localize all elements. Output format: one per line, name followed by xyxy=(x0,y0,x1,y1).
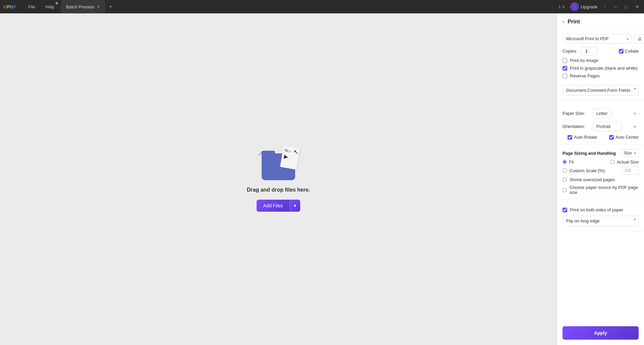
drop-zone: fla ▶ ✦ · ✦ ↖ Drag and drop files here. … xyxy=(247,147,310,212)
collate-checkbox[interactable] xyxy=(619,49,624,54)
copies-input[interactable] xyxy=(581,47,597,55)
printer-row: Microsoft Print to PDF Microsoft XPS Doc… xyxy=(562,34,639,44)
actual-size-label: Actual Size xyxy=(617,159,639,164)
orientation-select[interactable]: PortraitLandscape xyxy=(593,122,622,131)
auto-options-row: Auto Rotate Auto Center xyxy=(562,135,639,140)
custom-scale-row: Custom Scale (%): xyxy=(562,166,639,175)
flip-select[interactable]: Flip on long edge Flip on short edge xyxy=(562,216,639,226)
sparkle-icon: ✦ xyxy=(260,152,262,155)
titlebar: UPDF File Help Batch Process ✕ + 1 ∨ 👤 U… xyxy=(0,0,644,13)
sizing-header: Page Sizing and Handling SizeFitShrink xyxy=(562,149,639,157)
tab-add-button[interactable]: + xyxy=(106,4,115,10)
print-header: ‹ Print xyxy=(557,13,644,29)
shrink-pages-radio[interactable] xyxy=(562,178,567,182)
fit-label: Fit xyxy=(569,159,574,164)
paper-size-wrapper: LetterA4Legal xyxy=(593,109,639,118)
choose-paper-radio[interactable] xyxy=(562,188,567,192)
paper-size-row: Paper Size: LetterA4Legal xyxy=(562,109,639,118)
actual-size-radio[interactable] xyxy=(610,160,615,164)
reverse-pages-row: Reverse Pages xyxy=(562,73,639,78)
cursor-icon: ↖ xyxy=(293,148,299,156)
document-type-wrapper: Document,Comment,Form Fields Document Do… xyxy=(562,82,639,95)
choose-paper-row: Choose paper source by PDF page size xyxy=(562,185,639,195)
print-grayscale-row: Print in grayscale (black and white) xyxy=(562,66,639,71)
reverse-pages-checkbox[interactable] xyxy=(562,74,567,78)
custom-scale-input[interactable] xyxy=(622,166,639,175)
collate-label: Collate xyxy=(619,49,639,54)
window-controls: 1 ∨ 👤 Upgrade | ─ □ ✕ xyxy=(558,2,641,11)
print-as-image-label: Print As Image xyxy=(570,58,598,63)
paper-section: Paper Size: LetterA4Legal Orientation: P… xyxy=(557,100,644,145)
tab-close-icon[interactable]: ✕ xyxy=(97,5,100,9)
both-sides-row: Print on both sides of paper xyxy=(562,207,639,212)
flip-select-wrapper: Flip on long edge Flip on short edge xyxy=(562,212,639,226)
shrink-pages-row: Shrink oversized pages xyxy=(562,177,639,182)
panel-spacer xyxy=(557,231,644,321)
printer-settings-button[interactable]: 🖨 xyxy=(634,34,644,43)
print-as-image-row: Print As Image xyxy=(562,58,639,63)
sparkle-icon: · xyxy=(257,157,257,160)
nav-file[interactable]: File xyxy=(23,0,40,13)
auto-center-checkbox[interactable] xyxy=(609,135,614,140)
fit-radio-item: Fit xyxy=(562,159,574,164)
fit-actual-row: Fit Actual Size xyxy=(562,159,639,164)
content-area: fla ▶ ✦ · ✦ ↖ Drag and drop files here. … xyxy=(0,13,557,345)
size-type-wrapper: SizeFitShrink xyxy=(621,149,639,157)
choose-paper-label: Choose paper source by PDF page size xyxy=(570,185,639,195)
tab-batch-process[interactable]: Batch Process ✕ xyxy=(61,0,105,13)
reverse-pages-label: Reverse Pages xyxy=(570,73,600,78)
printer-section: Microsoft Print to PDF Microsoft XPS Doc… xyxy=(557,29,644,100)
print-grayscale-label: Print in grayscale (black and white) xyxy=(570,66,638,71)
right-panel: ‹ Print Microsoft Print to PDF Microsoft… xyxy=(557,13,644,345)
orientation-row: Orientation: PortraitLandscape xyxy=(562,122,639,131)
drag-drop-text: Drag and drop files here. xyxy=(247,187,310,193)
print-as-image-checkbox[interactable] xyxy=(562,58,567,63)
add-files-dropdown-button[interactable]: ▾ xyxy=(289,200,300,212)
page-sizing-title: Page Sizing and Handling xyxy=(562,151,616,156)
tab-bar: Batch Process ✕ + xyxy=(61,0,115,13)
main-layout: fla ▶ ✦ · ✦ ↖ Drag and drop files here. … xyxy=(0,13,644,345)
app-logo: UPDF xyxy=(3,4,16,9)
close-button[interactable]: ✕ xyxy=(634,4,641,9)
copies-row: Copies: Collate xyxy=(562,47,639,55)
paper-size-select[interactable]: LetterA4Legal xyxy=(593,109,611,118)
document-type-select[interactable]: Document,Comment,Form Fields Document Do… xyxy=(562,85,639,95)
orientation-label: Orientation: xyxy=(562,124,589,129)
custom-scale-label: Custom Scale (%): xyxy=(570,168,606,173)
custom-scale-radio[interactable] xyxy=(562,168,567,173)
page-sizing-section: Page Sizing and Handling SizeFitShrink F… xyxy=(557,145,644,200)
duplex-section: Print on both sides of paper Flip on lon… xyxy=(557,200,644,231)
nav-help[interactable]: Help xyxy=(40,0,59,13)
folder-illustration: fla ▶ ✦ · ✦ ↖ xyxy=(258,147,299,180)
auto-rotate-label: Auto Rotate xyxy=(568,135,597,140)
add-files-button[interactable]: Add Files xyxy=(257,200,289,212)
orientation-wrapper: PortraitLandscape xyxy=(593,122,639,131)
both-sides-checkbox[interactable] xyxy=(562,208,567,212)
maximize-button[interactable]: □ xyxy=(624,4,629,9)
upgrade-button[interactable]: 👤 Upgrade xyxy=(570,2,598,11)
actual-size-radio-item: Actual Size xyxy=(610,159,639,164)
avatar: 👤 xyxy=(570,2,579,11)
fit-radio[interactable] xyxy=(562,160,567,164)
printer-select[interactable]: Microsoft Print to PDF Microsoft XPS Doc… xyxy=(562,34,632,44)
size-type-select[interactable]: SizeFitShrink xyxy=(621,149,639,157)
shrink-pages-label: Shrink oversized pages xyxy=(570,177,615,182)
print-grayscale-checkbox[interactable] xyxy=(562,66,567,71)
apply-button[interactable]: Apply xyxy=(562,326,639,340)
both-sides-label: Print on both sides of paper xyxy=(570,207,623,212)
printer-select-wrapper: Microsoft Print to PDF Microsoft XPS Doc… xyxy=(562,34,632,44)
print-title: Print xyxy=(568,19,639,25)
minimize-button[interactable]: ─ xyxy=(612,4,619,9)
add-files-group: Add Files ▾ xyxy=(257,200,300,212)
back-button[interactable]: ‹ xyxy=(562,19,564,25)
auto-center-label: Auto Center xyxy=(609,135,639,140)
copies-label: Copies: xyxy=(562,49,577,54)
version-badge[interactable]: 1 ∨ xyxy=(558,4,565,9)
auto-rotate-checkbox[interactable] xyxy=(568,135,572,140)
paper-size-label: Paper Size: xyxy=(562,111,589,116)
